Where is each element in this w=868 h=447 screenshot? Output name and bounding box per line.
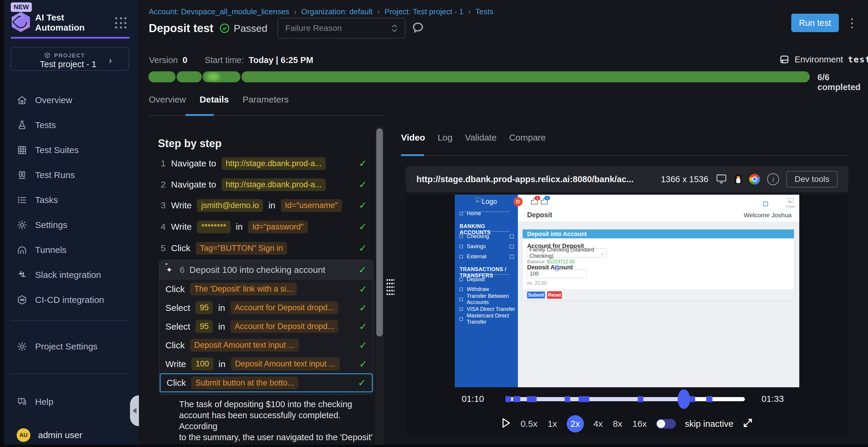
sidebar-item-tasks[interactable]: Tasks (17, 193, 58, 207)
step-value-chip[interactable]: http://stage.dbank.prod-a... (222, 157, 326, 170)
step-value-chip[interactable]: 95 (195, 320, 213, 333)
bank-nav-withdraw[interactable]: Withdraw (455, 285, 518, 294)
fullscreen-icon[interactable] (742, 418, 753, 431)
step-row-1[interactable]: 1 Navigate to http://stage.dbank.prod-a.… (159, 156, 367, 171)
substep-row-2[interactable]: Select 95 in Account for Deposit dropd..… (159, 299, 373, 317)
app-logo-icon[interactable] (11, 12, 31, 32)
tab-validate[interactable]: Validate (465, 133, 496, 143)
tab-overview[interactable]: Overview (149, 95, 186, 105)
play-button[interactable] (501, 417, 511, 431)
user-menu[interactable]: AU admin user (17, 428, 82, 442)
comment-icon[interactable] (411, 22, 425, 35)
progress-segment[interactable] (203, 71, 240, 82)
step-selector-chip[interactable]: Id="username" (281, 199, 342, 212)
tab-video[interactable]: Video (401, 133, 425, 143)
tab-details[interactable]: Details (199, 95, 229, 105)
speed-2x-active[interactable]: 2x (567, 415, 584, 433)
step-row-4[interactable]: 4 Write ******** in Id="password" ✓ (159, 219, 367, 234)
checkbox-icon[interactable] (763, 202, 768, 206)
bank-nav-transfer[interactable]: Transfer Between Accounts (455, 295, 518, 304)
step-selector-chip[interactable]: Account for Deposit dropd... (230, 320, 339, 333)
timeline-marker[interactable] (638, 396, 643, 402)
timeline-marker[interactable] (565, 396, 570, 402)
sidebar-item-slack-integration[interactable]: Slack integration (17, 268, 101, 282)
progress-segment[interactable] (149, 71, 176, 82)
step-selector-chip[interactable]: Submit button at the botto... (191, 377, 298, 389)
sidebar-item-cicd-integration[interactable]: CI-CD integration (17, 293, 104, 307)
breadcrumb-tests[interactable]: Tests (475, 7, 494, 16)
progress-segment[interactable] (242, 71, 810, 82)
timeline-marker[interactable] (689, 396, 695, 402)
bank-nav-mastercard[interactable]: Mastercard Direct Transfer (455, 314, 518, 323)
bank-nav-savings[interactable]: Savings (455, 242, 518, 251)
submit-button[interactable]: Submit (527, 291, 545, 299)
reset-button[interactable]: Reset (547, 291, 562, 299)
sidebar-item-project-settings[interactable]: Project Settings (17, 339, 98, 354)
step-selector-chip[interactable]: Deposit Amount text input ... (231, 357, 340, 370)
tab-compare[interactable]: Compare (509, 133, 546, 143)
sidebar-collapse-button[interactable] (130, 395, 139, 426)
substep-row-3[interactable]: Select 95 in Account for Deposit dropd..… (159, 317, 373, 336)
breadcrumb-account[interactable]: Account: Devspace_all_module_licenses (149, 7, 289, 16)
step-selector-chip[interactable]: Account for Deposit dropd... (230, 301, 339, 314)
run-test-button[interactable]: Run test (791, 14, 839, 32)
step-selector-chip[interactable]: The 'Deposit' link with a si... (190, 283, 297, 296)
project-selector[interactable]: PROJECT Test project - 1 › (11, 47, 129, 71)
bank-nav-home[interactable]: Home (455, 209, 518, 218)
substep-row-5[interactable]: Write 100 in Deposit Amount text input .… (159, 354, 373, 373)
tab-parameters[interactable]: Parameters (242, 95, 288, 105)
sidebar-item-test-suites[interactable]: Test Suites (17, 143, 79, 157)
substep-row-6-selected[interactable]: Click Submit button at the botto... ✓ (160, 373, 373, 392)
speed-8x[interactable]: 8x (612, 418, 623, 430)
timeline-marker[interactable] (706, 396, 712, 402)
speed-1x[interactable]: 1x (547, 418, 558, 430)
speed-0-5x[interactable]: 0.5x (520, 418, 538, 430)
step-selector-chip[interactable]: Deposit Amount text input ... (190, 339, 299, 352)
window-icon[interactable]: 0 (541, 198, 548, 204)
step-value-chip[interactable]: http://stage.dbank.prod-a... (222, 178, 326, 191)
step-row-5[interactable]: 5 Click Tag="BUTTON" Sign in ✓ (159, 241, 367, 255)
step-group-header[interactable]: ✦ 6 Deposit 100 into checking account ✓ (159, 260, 373, 280)
sidebar-item-settings[interactable]: Settings (17, 218, 67, 232)
timeline-marker[interactable] (513, 396, 520, 402)
sidebar-item-help[interactable]: ? Help (17, 395, 54, 409)
skip-inactive-toggle[interactable] (656, 419, 676, 428)
tab-log[interactable]: Log (438, 133, 453, 143)
pane-resize-handle[interactable] (386, 278, 395, 296)
progress-segment[interactable] (177, 71, 202, 82)
step-selector-chip[interactable]: Tag="BUTTON" Sign in (196, 242, 287, 255)
steps-scrollbar[interactable] (375, 126, 384, 445)
sidebar-item-test-runs[interactable]: Test Runs (17, 168, 75, 182)
step-row-2[interactable]: 2 Navigate to http://stage.dbank.prod-a.… (159, 177, 367, 192)
substep-row-1[interactable]: Click The 'Deposit' link with a si... ✓ (159, 280, 373, 299)
substep-row-4[interactable]: Click Deposit Amount text input ... ✓ (159, 336, 373, 354)
devtools-button[interactable]: Dev tools (786, 171, 838, 187)
timeline-marker[interactable] (527, 396, 536, 402)
bank-nav-external[interactable]: External (455, 252, 518, 261)
step-value-chip[interactable]: ******** (197, 220, 230, 233)
account-select[interactable]: Family Checking (Standard Checking) ⌄ (527, 248, 607, 257)
timeline-marker[interactable] (579, 396, 589, 402)
window-icon[interactable]: 0 (531, 198, 538, 204)
speed-4x[interactable]: 4x (593, 418, 603, 430)
step-value-chip[interactable]: jsmith@demo.io (197, 199, 263, 212)
breadcrumb-organization[interactable]: Organization: default (301, 7, 373, 16)
scrollbar-thumb[interactable] (376, 128, 383, 337)
speed-16x[interactable]: 16x (632, 418, 647, 430)
info-icon[interactable]: i (767, 173, 779, 185)
more-menu-icon[interactable]: ⋮ (846, 15, 858, 30)
breadcrumb-project[interactable]: Project: Test project - 1 (384, 7, 463, 16)
sidebar-item-overview[interactable]: Overview (17, 93, 72, 107)
timeline-marker[interactable] (505, 396, 511, 402)
video-timeline[interactable] (505, 397, 745, 401)
sidebar-item-tests[interactable]: Tests (17, 118, 56, 132)
sidebar-item-tunnels[interactable]: Tunnels (17, 243, 67, 257)
bank-nav-deposit[interactable]: Deposit (455, 275, 518, 284)
step-row-3[interactable]: 3 Write jsmith@demo.io in Id="username" … (159, 198, 367, 213)
bank-nav-checking[interactable]: Checking (455, 232, 518, 241)
step-selector-chip[interactable]: Id="password" (248, 220, 308, 233)
step-value-chip[interactable]: 100 (191, 357, 213, 370)
page-url[interactable]: http://stage.dbank.prod-apps.relicx.ai:8… (416, 174, 633, 184)
step-value-chip[interactable]: 95 (195, 301, 213, 314)
failure-reason-select[interactable]: Failure Reason (278, 18, 405, 39)
